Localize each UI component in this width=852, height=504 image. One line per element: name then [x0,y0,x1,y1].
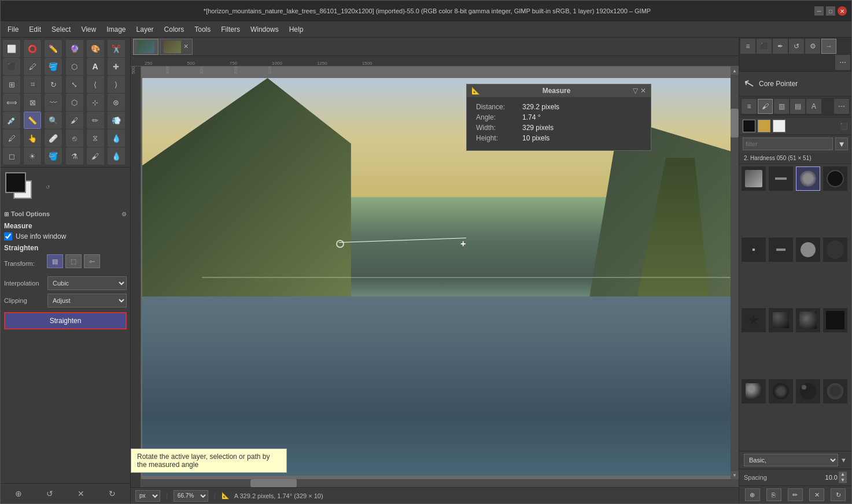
redo-button[interactable]: ↻ [104,486,121,501]
brush-item-4[interactable] [823,166,847,191]
tool-heal[interactable]: 🩹 [45,129,62,147]
brush-item-2[interactable] [769,166,793,191]
tool-script[interactable]: 💧 [108,147,125,165]
color-swatch-white[interactable] [773,120,785,132]
tool-move[interactable]: ✚ [108,58,125,75]
brush-filter-input[interactable] [743,138,833,150]
brush-panel-expand[interactable]: ⋯ [834,99,849,114]
color-swatch-black[interactable] [743,120,755,132]
brush-item-3[interactable] [796,166,820,191]
rp-duplicate-btn[interactable]: ⎘ [766,488,781,501]
brush-filter-expand-btn[interactable]: ▼ [835,138,848,150]
tool-paths[interactable]: 🖊 [24,58,41,75]
brush-item-14[interactable] [769,379,793,403]
straighten-button[interactable]: Straighten [4,312,127,329]
brush-tab-layers[interactable]: ≡ [742,99,757,114]
tool-eraser[interactable]: ◻ [3,147,20,165]
menu-image[interactable]: Image [102,24,130,35]
tool-pencil[interactable]: ✏ [87,112,104,129]
swatch-reset-arrow[interactable]: ↺ [46,184,50,190]
tool-measure[interactable]: 📏 [24,112,41,129]
tool-transform[interactable]: ⬡ [66,58,83,75]
color-expand-button[interactable]: ⬛ [840,123,848,130]
tool-foreground-select[interactable]: ⬛ [3,58,20,75]
brush-tab-patterns[interactable]: ▥ [774,99,789,114]
menu-windows[interactable]: Windows [246,24,283,35]
tool-text[interactable]: A [87,58,104,75]
canvas-viewport[interactable]: 100 200 300 400 500 [131,66,739,487]
maximize-button[interactable]: □ [826,6,835,16]
tool-paint-bucket[interactable]: 🪣 [45,58,62,75]
foreground-color-swatch[interactable] [5,172,26,193]
brush-tab-fonts[interactable]: A [806,99,821,114]
tool-ellipse-select[interactable]: ⭕ [24,40,41,57]
brush-item-8[interactable] [823,238,847,262]
tool-scissors-select[interactable]: ✂️ [108,40,125,57]
tool-align[interactable]: ⊞ [3,76,20,93]
tool-clone[interactable]: ⎋ [66,129,83,147]
tool-ink[interactable]: 🖊 [3,129,20,147]
rp-delete-btn[interactable]: ✕ [809,488,824,501]
brush-item-10[interactable] [769,308,793,332]
rp-new-btn[interactable]: ⊕ [745,488,760,501]
menu-edit[interactable]: Edit [24,24,46,35]
color-swatch-gold[interactable] [758,120,770,132]
brush-item-13[interactable] [742,379,766,403]
brush-item-15[interactable] [796,379,820,403]
tool-scale[interactable]: ⤡ [66,76,83,93]
menu-view[interactable]: View [76,24,101,35]
brush-item-12[interactable] [823,308,847,332]
scrollbar-thumb-horizontal[interactable] [250,479,297,487]
brush-item-1[interactable] [742,166,766,191]
tool-crop[interactable]: ⌗ [24,76,41,93]
spacing-down-btn[interactable]: ▼ [839,477,847,483]
tool-options-config-button[interactable]: ⚙ [121,211,127,217]
minimize-button[interactable]: ─ [814,6,824,16]
scroll-up-button[interactable]: ▲ [731,66,739,75]
tool-fuzzy-select[interactable]: 🔮 [66,40,83,57]
brush-tab-brushes[interactable]: 🖌 [758,99,773,114]
tool-dodge-burn[interactable]: ☀ [24,147,41,165]
tool-cage[interactable]: ⊠ [24,94,41,111]
brush-item-7[interactable] [796,238,820,262]
tool-unified-transform[interactable]: ⊛ [108,94,125,111]
tool-zoom[interactable]: 🔍 [45,112,62,129]
rp-tab-paths[interactable]: ✒ [773,39,788,54]
scrollbar-thumb-vertical[interactable] [731,109,739,138]
tool-by-color-select[interactable]: 🎨 [87,40,104,57]
tool-perspective-clone[interactable]: ⧖ [87,129,104,147]
tool-blend[interactable]: ⚗ [66,147,83,165]
tool-mybrush[interactable]: 🖌 [87,147,104,165]
spacing-up-btn[interactable]: ▲ [839,472,847,477]
transform-layer-btn[interactable]: ▤ [47,254,63,268]
brush-item-11[interactable] [796,308,820,332]
tool-flip[interactable]: ⟺ [3,94,20,111]
tool-free-select[interactable]: ✏️ [45,40,62,57]
menu-tools[interactable]: Tools [190,24,215,35]
brush-item-16[interactable] [823,379,847,403]
tool-handle-transform[interactable]: ⊹ [87,94,104,111]
tool-airbrush[interactable]: 💨 [108,112,125,129]
rp-tab-pointer[interactable]: → [821,39,836,54]
rp-tab-layers[interactable]: ≡ [740,39,755,54]
menu-select[interactable]: Select [47,24,75,35]
rp-tab-undo[interactable]: ↺ [789,39,804,54]
transform-selection-btn[interactable]: ⬚ [65,254,82,268]
menu-colors[interactable]: Colors [160,24,189,35]
image-tab-2[interactable]: ✕ [160,39,193,55]
rp-edit-btn[interactable]: ✏ [788,488,803,501]
menu-filters[interactable]: Filters [216,24,245,35]
rp-tab-expand[interactable]: ⋯ [835,55,850,70]
undo-button[interactable]: ↺ [41,486,58,501]
scrollbar-vertical[interactable]: ▼ ▲ [731,66,739,487]
brush-tab-gradients[interactable]: ▤ [790,99,805,114]
preset-expand-btn[interactable]: ▼ [840,457,847,464]
close-button[interactable]: ✕ [838,6,847,16]
tool-color-picker[interactable]: 💉 [3,112,20,129]
brush-item-5[interactable] [742,238,766,262]
tool-rectangle-select[interactable]: ⬜ [3,40,20,57]
image-tab-1[interactable] [133,39,158,55]
clipping-select[interactable]: Adjust Clip Crop to result [47,294,127,307]
delete-button[interactable]: ✕ [72,486,90,501]
menu-help[interactable]: Help [285,24,308,35]
